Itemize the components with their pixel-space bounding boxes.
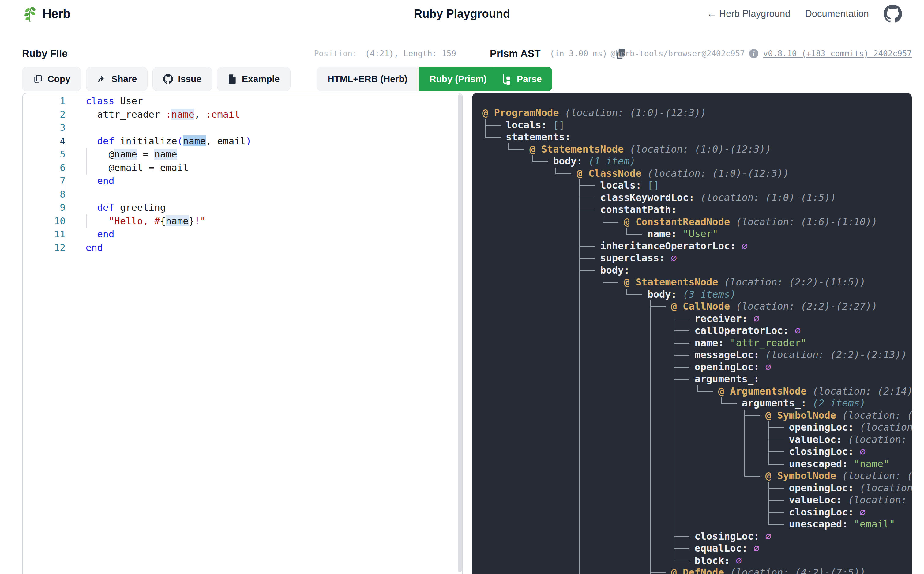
tree-guide bbox=[506, 325, 529, 337]
ast-line: body: bbox=[482, 264, 912, 277]
tree-guide bbox=[506, 530, 529, 543]
tree-guide bbox=[742, 494, 765, 506]
tree-guide bbox=[506, 385, 529, 397]
tree-guide bbox=[600, 506, 624, 519]
tree-guide bbox=[506, 276, 529, 289]
back-to-playground-link[interactable]: ← Herb Playground bbox=[707, 8, 790, 19]
code-line[interactable]: 4 def initialize(name, email) bbox=[23, 134, 462, 148]
code-line[interactable]: 2 attr_reader :name, :email bbox=[23, 108, 462, 121]
tree-guide bbox=[624, 325, 647, 337]
tree-guide bbox=[553, 446, 576, 458]
tree-guide bbox=[695, 470, 718, 482]
toggle-html-erb[interactable]: HTML+ERB (Herb) bbox=[316, 67, 419, 91]
line-content: attr_reader :name, :email bbox=[66, 108, 240, 121]
copy-button[interactable]: Copy bbox=[22, 67, 81, 91]
tree-guide bbox=[671, 434, 695, 446]
tree-guide bbox=[718, 482, 742, 494]
tree-guide bbox=[482, 313, 506, 325]
tree-guide bbox=[482, 542, 506, 555]
tree-guide bbox=[647, 542, 671, 555]
code-line[interactable]: 12end bbox=[23, 241, 462, 254]
herb-logo-icon bbox=[22, 5, 38, 22]
tree-guide bbox=[553, 252, 576, 264]
code-line[interactable]: 3 bbox=[23, 121, 462, 134]
issue-button[interactable]: Issue bbox=[153, 67, 212, 91]
tree-guide bbox=[482, 131, 506, 144]
tree-guide bbox=[506, 542, 529, 555]
code-line[interactable]: 11 end bbox=[23, 227, 462, 241]
tree-guide bbox=[671, 397, 695, 410]
tree-guide bbox=[576, 228, 600, 240]
ruby-file-label: Ruby File bbox=[22, 48, 68, 60]
code-line[interactable]: 9 def greeting bbox=[23, 201, 462, 214]
tree-guide bbox=[553, 192, 576, 204]
github-icon[interactable] bbox=[883, 5, 902, 23]
tree-guide bbox=[506, 555, 529, 567]
tree-guide bbox=[529, 204, 553, 216]
tree-guide bbox=[742, 446, 765, 458]
tree-guide bbox=[647, 434, 671, 446]
position-value: (4:21), Length: 159 bbox=[365, 49, 456, 58]
editor-scrollbar[interactable] bbox=[458, 95, 462, 572]
toggle-ruby-prism[interactable]: Ruby (Prism) bbox=[419, 67, 498, 91]
tree-guide bbox=[529, 434, 553, 446]
tree-guide bbox=[695, 385, 718, 397]
tree-guide bbox=[576, 494, 600, 506]
tree-guide bbox=[600, 542, 624, 555]
tree-guide bbox=[765, 421, 789, 434]
ast-line: openingLoc: ∅ bbox=[482, 361, 912, 374]
tree-guide bbox=[576, 470, 600, 482]
info-icon[interactable]: i bbox=[749, 49, 759, 58]
ast-line: @ SymbolNode (location: ( bbox=[482, 410, 912, 422]
tree-guide bbox=[482, 361, 506, 374]
tree-guide bbox=[671, 470, 695, 482]
tree-guide bbox=[553, 567, 576, 574]
tree-guide bbox=[718, 518, 742, 530]
line-content: @name = name bbox=[66, 148, 177, 161]
tree-guide bbox=[482, 180, 506, 192]
code-line[interactable]: 5 @name = name bbox=[23, 148, 462, 161]
tree-guide bbox=[482, 167, 506, 180]
tree-guide bbox=[600, 410, 624, 422]
code-line[interactable]: 6 @email = email bbox=[23, 161, 462, 175]
code-area[interactable]: 1class User2 attr_reader :name, :email34… bbox=[23, 93, 462, 254]
parse-button[interactable]: Parse bbox=[490, 67, 553, 91]
ast-line: @ ArgumentsNode (location: (2:14) bbox=[482, 385, 912, 397]
tree-guide bbox=[576, 530, 600, 543]
tree-guide bbox=[553, 421, 576, 434]
ast-line: block: ∅ bbox=[482, 555, 912, 567]
tree-guide bbox=[624, 530, 647, 543]
line-number: 1 bbox=[23, 95, 66, 108]
version-link[interactable]: v0.8.10 (+183 commits) 2402c957 bbox=[763, 49, 912, 58]
tree-guide bbox=[482, 276, 506, 289]
tree-guide bbox=[529, 506, 553, 519]
tree-guide bbox=[482, 482, 506, 494]
line-number: 7 bbox=[23, 174, 66, 188]
tree-guide bbox=[506, 567, 529, 574]
tree-guide bbox=[482, 289, 506, 301]
tree-guide bbox=[576, 240, 600, 252]
prism-ast-panel[interactable]: @ ProgramNode (location: (1:0)-(12:3))lo… bbox=[472, 93, 912, 574]
tree-guide bbox=[553, 542, 576, 555]
code-line[interactable]: 7 end bbox=[23, 174, 462, 188]
tree-guide bbox=[529, 470, 553, 482]
tree-guide bbox=[765, 446, 789, 458]
example-button[interactable]: Example bbox=[217, 67, 290, 91]
tree-guide bbox=[506, 264, 529, 277]
code-line[interactable]: 8 bbox=[23, 188, 462, 201]
ruby-editor-panel[interactable]: 1class User2 attr_reader :name, :email34… bbox=[22, 93, 463, 574]
code-line[interactable]: 1class User bbox=[23, 95, 462, 108]
ast-line: openingLoc: (location bbox=[482, 421, 912, 434]
documentation-link[interactable]: Documentation bbox=[805, 8, 869, 19]
code-line[interactable]: 10 "Hello, #{name}!" bbox=[23, 214, 462, 228]
tree-guide bbox=[624, 361, 647, 374]
tree-guide bbox=[624, 373, 647, 385]
ast-line: unescaped: "name" bbox=[482, 458, 912, 470]
tree-guide bbox=[624, 494, 647, 506]
tree-guide bbox=[624, 313, 647, 325]
tree-guide bbox=[671, 373, 695, 385]
ast-line: receiver: ∅ bbox=[482, 313, 912, 325]
share-button[interactable]: Share bbox=[86, 67, 148, 91]
tree-guide bbox=[624, 410, 647, 422]
tree-guide bbox=[742, 506, 765, 519]
